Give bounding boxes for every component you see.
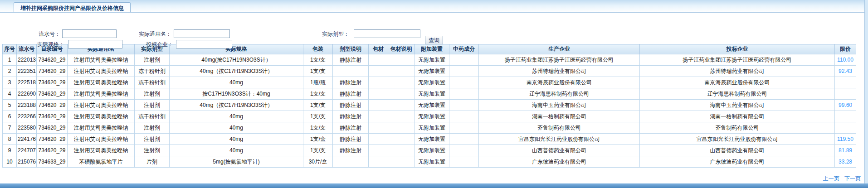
dosage-form-input[interactable] bbox=[354, 29, 420, 38]
cell bbox=[449, 134, 479, 145]
column-header-6: 包装 bbox=[303, 44, 333, 54]
pagination: 上一页 下一页 bbox=[819, 175, 861, 183]
cell: 215076 bbox=[17, 156, 37, 168]
cell: 静脉注射 bbox=[333, 88, 369, 100]
cell bbox=[369, 66, 388, 77]
vertical-scrollbar-track[interactable] bbox=[864, 0, 868, 183]
cell bbox=[369, 111, 388, 122]
cell: 南京海辰药业股份有限公司 bbox=[640, 77, 835, 88]
cell bbox=[333, 156, 369, 168]
spec-input[interactable] bbox=[68, 40, 122, 48]
cell: 1支/支 bbox=[303, 145, 333, 156]
cell: 110.00 bbox=[835, 54, 856, 66]
table-row: 4222690734620_29注射用艾司奥美拉唑钠注射剂按C17H19N3O3… bbox=[3, 88, 856, 100]
cell: 无附加装置 bbox=[414, 134, 449, 145]
cell bbox=[369, 134, 388, 145]
cell: 齐鲁制药有限公司 bbox=[640, 122, 835, 134]
cell: 静脉注射 bbox=[333, 134, 369, 145]
cell: 9 bbox=[3, 145, 17, 156]
cell: 734620_29 bbox=[37, 66, 68, 77]
cell: 734620_29 bbox=[37, 100, 68, 111]
cell: 734633_29 bbox=[37, 156, 68, 168]
cell: 1支/支 bbox=[303, 100, 333, 111]
cell: 静脉注射 bbox=[333, 77, 369, 88]
cell: 无附加装置 bbox=[414, 145, 449, 156]
column-header-9: 包材说明 bbox=[388, 44, 414, 54]
cell: 扬子江药业集团江苏扬子江医药经营有限公司 bbox=[479, 54, 640, 66]
cell: 静脉注射 bbox=[333, 100, 369, 111]
cell: 注射用艾司奥美拉唑钠 bbox=[68, 100, 135, 111]
cell: 苏州特瑞药业有限公司 bbox=[479, 66, 640, 77]
cell bbox=[449, 77, 479, 88]
cell: 注射用艾司奥美拉唑钠 bbox=[68, 134, 135, 145]
cell: 山西普德药业有限公司 bbox=[479, 145, 640, 156]
cell: 81.89 bbox=[835, 145, 856, 156]
cell bbox=[388, 145, 414, 156]
cell: 40mg(按C17H19N3O3S计） bbox=[170, 54, 303, 66]
cell bbox=[835, 122, 856, 134]
cell: 1支/支 bbox=[303, 66, 333, 77]
generic-name-input[interactable] bbox=[174, 29, 230, 38]
cell: 1支/支 bbox=[303, 88, 333, 100]
cell bbox=[835, 88, 856, 100]
cell: 无附加装置 bbox=[414, 77, 449, 88]
cell: 99.60 bbox=[835, 100, 856, 111]
cell: 静脉注射 bbox=[333, 111, 369, 122]
cell: 静脉注射 bbox=[333, 54, 369, 66]
cell: 734620_29 bbox=[37, 88, 68, 100]
cell bbox=[449, 66, 479, 77]
cell: 辽宁海思科制药有限公司 bbox=[479, 88, 640, 100]
cell: 苏州特瑞药业有限公司 bbox=[640, 66, 835, 77]
next-page-link[interactable]: 下一页 bbox=[844, 175, 861, 182]
cell bbox=[369, 156, 388, 168]
cell: 静脉注射 bbox=[333, 122, 369, 134]
price-table: 序号流水号目录编号实际通用名实际剂型实际规格包装剂型说明包材包材说明附加装置中药… bbox=[2, 44, 856, 168]
cell: 7 bbox=[3, 122, 17, 134]
cell: 广东彼迪药业有限公司 bbox=[640, 156, 835, 168]
cell bbox=[369, 100, 388, 111]
cell: 1支/支 bbox=[303, 54, 333, 66]
cell: 734620_29 bbox=[37, 77, 68, 88]
column-header-8: 包材 bbox=[369, 44, 388, 54]
tab-title[interactable]: 增补挂网采购限价挂网产品限价及价格信息 bbox=[14, 2, 131, 12]
cell bbox=[388, 156, 414, 168]
cell: 注射用艾司奥美拉唑钠 bbox=[68, 54, 135, 66]
cell: 无附加装置 bbox=[414, 88, 449, 100]
cell: 广东彼迪药业有限公司 bbox=[479, 156, 640, 168]
table-row: 9224707734620_29注射用艾司奥美拉唑钠注射剂40mg1支/支静脉注… bbox=[3, 145, 856, 156]
cell: 40mg（按C17H19N3O3S计） bbox=[170, 100, 303, 111]
cell: 注射用艾司奥美拉唑钠 bbox=[68, 122, 135, 134]
cell: 湖南一格制药有限公司 bbox=[640, 111, 835, 122]
cell: 119.50 bbox=[835, 134, 856, 145]
cell bbox=[388, 111, 414, 122]
cell: 注射剂 bbox=[135, 122, 170, 134]
table-row: 1222013734620_29注射用艾司奥美拉唑钠注射剂40mg(按C17H1… bbox=[3, 54, 856, 66]
cell: 注射用艾司奥美拉唑钠 bbox=[68, 66, 135, 77]
cell: 注射剂 bbox=[135, 100, 170, 111]
cell bbox=[449, 54, 479, 66]
cell: 静脉注射 bbox=[333, 145, 369, 156]
serial-number-input[interactable] bbox=[62, 29, 117, 38]
cell: 40mg bbox=[170, 134, 303, 145]
serial-number-label: 流水号： bbox=[18, 30, 60, 39]
cell: 无附加装置 bbox=[414, 54, 449, 66]
query-button[interactable]: 查询 bbox=[425, 36, 443, 44]
cell: 南京海辰药业股份有限公司 bbox=[479, 77, 640, 88]
cell: 4 bbox=[3, 88, 17, 100]
column-header-7: 剂型说明 bbox=[333, 44, 369, 54]
prev-page-link[interactable]: 上一页 bbox=[823, 175, 839, 182]
cell: 224707 bbox=[17, 145, 37, 156]
cell: 海南中玉药业有限公司 bbox=[479, 100, 640, 111]
cell: 222013 bbox=[17, 54, 37, 66]
cell bbox=[369, 88, 388, 100]
table-row: 10215076734633_29苯磺酸氨氯地平片片剂5mg(按氨氯地平计)30… bbox=[3, 156, 856, 168]
cell bbox=[449, 111, 479, 122]
bidder-input[interactable] bbox=[176, 40, 232, 48]
cell: 222351 bbox=[17, 66, 37, 77]
cell: 无附加装置 bbox=[414, 111, 449, 122]
cell: 734620_29 bbox=[37, 122, 68, 134]
column-header-0: 序号 bbox=[3, 44, 17, 54]
cell: 无附加装置 bbox=[414, 66, 449, 77]
cell bbox=[449, 88, 479, 100]
cell: 无附加装置 bbox=[414, 156, 449, 168]
